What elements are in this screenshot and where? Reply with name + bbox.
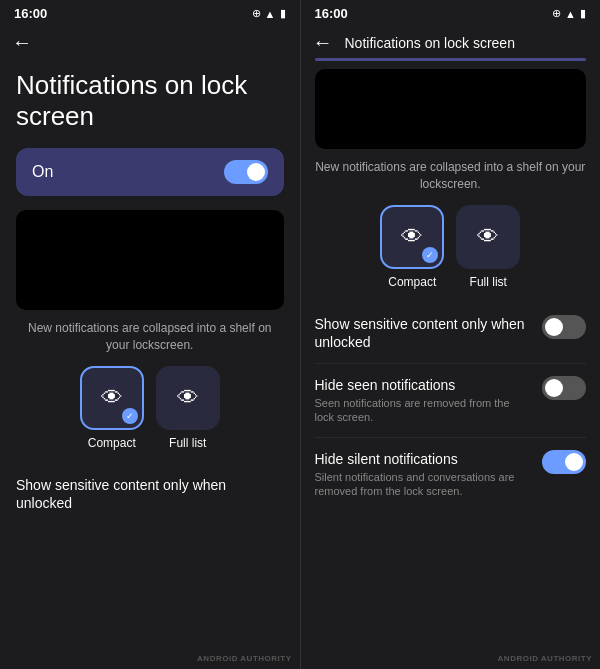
right-content: New notifications are collapsed into a s…: [301, 58, 601, 669]
right-setting-sensitive-title: Show sensitive content only when unlocke…: [315, 316, 525, 350]
right-fulllist-label: Full list: [470, 275, 507, 289]
left-back-button[interactable]: ←: [12, 31, 32, 54]
right-setting-sensitive-text: Show sensitive content only when unlocke…: [315, 315, 543, 351]
left-option-fulllist[interactable]: 👁 Full list: [156, 366, 220, 450]
left-option-compact[interactable]: 👁 ✓ Compact: [80, 366, 144, 450]
right-battery-icon: ▮: [580, 7, 586, 20]
right-toggle-sensitive[interactable]: [542, 315, 586, 339]
right-option-compact[interactable]: 👁 ✓ Compact: [380, 205, 444, 289]
right-compact-box[interactable]: 👁 ✓: [380, 205, 444, 269]
right-setting-hide-silent-subtitle: Silent notifications and conversations a…: [315, 470, 533, 499]
right-setting-hide-silent-main: Hide silent notifications Silent notific…: [315, 450, 587, 499]
left-fulllist-box[interactable]: 👁: [156, 366, 220, 430]
left-back-row: ←: [0, 25, 300, 58]
right-preview-box: [315, 69, 587, 149]
left-status-icons: ⊕ ▲ ▮: [252, 7, 286, 20]
right-compact-eye-icon: 👁: [401, 224, 423, 250]
left-compact-eye-icon: 👁: [101, 385, 123, 411]
left-description: New notifications are collapsed into a s…: [16, 320, 284, 354]
right-setting-hide-seen-title: Hide seen notifications: [315, 377, 456, 393]
left-fulllist-eye-icon: 👁: [177, 385, 199, 411]
alarm-icon: ⊕: [252, 7, 261, 20]
left-partial-setting-title: Show sensitive content only when unlocke…: [16, 477, 226, 511]
left-content: Notifications on lock screen On New noti…: [0, 58, 300, 669]
left-status-bar: 16:00 ⊕ ▲ ▮: [0, 0, 300, 25]
right-setting-hide-seen-main: Hide seen notifications Seen notificatio…: [315, 376, 587, 425]
right-phone-panel: 16:00 ⊕ ▲ ▮ ← Notifications on lock scre…: [301, 0, 601, 669]
right-description: New notifications are collapsed into a s…: [315, 159, 587, 193]
left-page-title: Notifications on lock screen: [16, 70, 284, 132]
right-fulllist-eye-icon: 👁: [477, 224, 499, 250]
right-setting-hide-seen-subtitle: Seen notifications are removed from the …: [315, 396, 533, 425]
right-back-row: ← Notifications on lock screen: [301, 25, 601, 58]
right-setting-sensitive: Show sensitive content only when unlocke…: [315, 303, 587, 364]
right-option-fulllist[interactable]: 👁 Full list: [456, 205, 520, 289]
right-setting-hide-silent-title: Hide silent notifications: [315, 451, 458, 467]
right-page-title: Notifications on lock screen: [345, 35, 515, 51]
right-setting-hide-seen: Hide seen notifications Seen notificatio…: [315, 364, 587, 438]
right-setting-hide-seen-text: Hide seen notifications Seen notificatio…: [315, 376, 543, 425]
left-fulllist-label: Full list: [169, 436, 206, 450]
right-toggle-hide-silent[interactable]: [542, 450, 586, 474]
right-status-bar: 16:00 ⊕ ▲ ▮: [301, 0, 601, 25]
right-wifi-icon: ▲: [565, 8, 576, 20]
left-toggle-row[interactable]: On: [16, 148, 284, 196]
right-setting-hide-silent: Hide silent notifications Silent notific…: [315, 438, 587, 511]
right-alarm-icon: ⊕: [552, 7, 561, 20]
left-status-time: 16:00: [14, 6, 47, 21]
right-setting-hide-silent-text: Hide silent notifications Silent notific…: [315, 450, 543, 499]
battery-icon: ▮: [280, 7, 286, 20]
right-compact-check: ✓: [422, 247, 438, 263]
left-compact-label: Compact: [88, 436, 136, 450]
right-compact-label: Compact: [388, 275, 436, 289]
left-preview-box: [16, 210, 284, 310]
right-setting-sensitive-main: Show sensitive content only when unlocke…: [315, 315, 587, 351]
left-compact-check: ✓: [122, 408, 138, 424]
left-watermark: Android Authority: [197, 654, 291, 663]
wifi-icon: ▲: [265, 8, 276, 20]
left-compact-box[interactable]: 👁 ✓: [80, 366, 144, 430]
right-status-time: 16:00: [315, 6, 348, 21]
left-toggle-label: On: [32, 163, 53, 181]
right-fulllist-box[interactable]: 👁: [456, 205, 520, 269]
left-phone-panel: 16:00 ⊕ ▲ ▮ ← Notifications on lock scre…: [0, 0, 301, 669]
right-back-button[interactable]: ←: [313, 31, 333, 54]
left-options-row: 👁 ✓ Compact 👁 Full list: [16, 366, 284, 450]
right-options-row: 👁 ✓ Compact 👁 Full list: [315, 205, 587, 289]
right-toggle-hide-seen[interactable]: [542, 376, 586, 400]
right-top-divider: [315, 58, 587, 61]
right-status-icons: ⊕ ▲ ▮: [552, 7, 586, 20]
left-toggle-switch[interactable]: [224, 160, 268, 184]
left-partial-setting: Show sensitive content only when unlocke…: [16, 464, 284, 524]
right-watermark: Android Authority: [498, 654, 592, 663]
